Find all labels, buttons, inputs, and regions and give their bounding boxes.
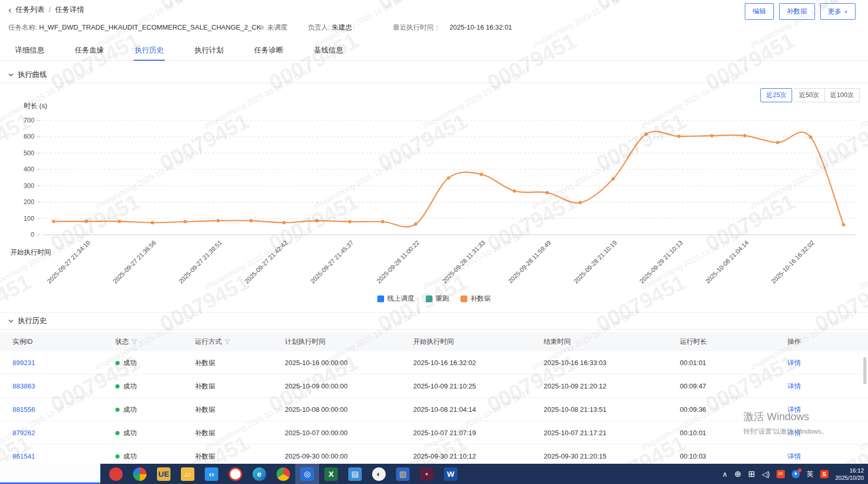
watermark-stamp-text: zhujianzhong 2025-10-20 16:12:47 [858,227,868,291]
taskbar-window-preview[interactable] [0,464,100,484]
end-time: 2025-10-07 21:17:21 [544,429,607,437]
legend-swatch-icon [377,295,384,302]
tab-3[interactable]: 执行计划 [193,42,225,61]
duration: 00:09:36 [680,406,706,413]
section-execution-curve-title: 执行曲线 [18,70,47,79]
status-badge: 未调度 [260,23,287,32]
legend-item-2[interactable]: 补数据 [461,294,491,303]
tab-4[interactable]: 任务诊断 [253,42,284,61]
section-execution-history[interactable]: 执行历史 [0,312,868,330]
taskbar-excel-icon[interactable]: X [319,464,343,484]
watermark-id-text: 00079451 [702,28,799,96]
table-scrollbar[interactable] [863,357,866,384]
instance-id-link[interactable]: 899231 [12,359,35,367]
tim-app-icon[interactable]: ✦ [792,470,800,478]
duration: 00:09:47 [680,382,706,390]
svg-text:700: 700 [23,117,34,124]
taskbar-notebook-app-icon[interactable]: ▥ [391,464,415,484]
taskbar-blue-folder-app-icon[interactable]: ▤ [343,464,367,484]
taskbar-round-light-app-icon[interactable]: ◐ [367,464,391,484]
instance-id-link[interactable]: 879262 [12,429,35,437]
chart-legend: 线上调度重跑补数据 [0,294,868,303]
breadcrumb-task-list[interactable]: 任务列表 [16,5,45,15]
success-dot-icon [115,454,120,459]
svg-text:2025-09-27 21:42:42: 2025-09-27 21:42:42 [243,239,290,285]
back-icon[interactable]: ‹ [8,6,11,14]
tab-2[interactable]: 执行历史 [134,42,165,61]
svg-text:2025-09-27 21:36:56: 2025-09-27 21:36:56 [111,239,157,285]
task-name: 任务名称: H_WF_DWD_TRADE_HKAUDIT_ECOMMERCE_S… [8,23,261,32]
clock[interactable]: 16:122025/10/20 [835,467,864,481]
svg-text:2025-09-28 21:10:19: 2025-09-28 21:10:19 [572,239,619,285]
detail-link[interactable]: 详情 [787,452,801,460]
row-status: 成功 [115,351,137,374]
taskbar-chrome-icon[interactable] [271,464,295,484]
duration: 00:10:03 [680,452,706,460]
column-header-label: 实例ID [12,332,33,351]
taskbar-file-explorer-icon[interactable]: ▱ [176,464,200,484]
svg-text:200: 200 [23,198,34,206]
watermark-stamp-text: zhujianzhong 2025-10-20 16:12:47 [530,146,641,211]
filter-funnel-icon[interactable] [131,339,137,345]
language-indicator[interactable]: 英 [807,469,813,479]
last-run-time: 最近执行时间： 2025-10-16 16:32:01 [393,23,512,32]
more-button[interactable]: 更多∨ [820,3,856,20]
range-button-0[interactable]: 近25次 [760,88,792,102]
column-header-label: 操作 [787,332,801,351]
section-execution-curve[interactable]: 执行曲线 [0,66,868,83]
network-globe-icon[interactable]: ⊕ [734,470,741,478]
tray-chevron-up-icon[interactable]: ∧ [722,470,727,478]
end-time: 2025-10-16 16:33:03 [544,359,607,367]
end-time: 2025-10-09 21:20:12 [544,382,607,390]
column-header-5: 结束时间 [544,332,571,351]
svg-text:400: 400 [23,166,34,173]
taskbar-pinwheel-app-icon[interactable] [128,464,152,484]
execution-curve-chart: 0100200300400500600700时长 (s)2025-09-27 2… [0,83,868,312]
detail-link[interactable]: 详情 [787,382,801,390]
edit-button-label: 编辑 [753,7,766,16]
mail-app-icon[interactable]: ✉ [777,470,785,478]
edit-button[interactable]: 编辑 [745,3,774,20]
system-tray: ∧⊕⊞◁)✉✦英S16:122025/10/20 [722,464,864,484]
taskbar-data-platform-app-icon[interactable]: ◎ [295,464,319,484]
range-button-1[interactable]: 近50次 [794,88,825,102]
taskbar-dark-app-icon[interactable]: • [415,464,439,484]
taskbar-red-app-icon[interactable] [104,464,128,484]
last-run-label: 最近执行时间： [393,23,440,31]
instance-id-link[interactable]: 883863 [12,382,35,390]
blue-folder-app-icon: ▤ [348,467,362,481]
legend-item-0[interactable]: 线上调度 [377,294,414,303]
chevron-down-icon: ∨ [844,9,848,14]
watermark-stamp-text: zhujianzhong 2025-10-20 16:12:47 [639,227,750,291]
legend-item-1[interactable]: 重跑 [426,294,449,303]
legend-swatch-icon [426,295,432,302]
svg-text:300: 300 [23,182,34,190]
range-button-2[interactable]: 近100次 [825,88,860,102]
watermark-id-text: 00079451 [47,189,144,257]
instance-id-link[interactable]: 861541 [12,452,35,460]
watermark-id-text: 00079451 [483,189,581,257]
filter-funnel-icon[interactable] [225,339,230,345]
taskbar-red-ring-app-icon[interactable] [223,464,247,484]
tab-1[interactable]: 任务血缘 [74,42,105,61]
speaker-icon[interactable]: ◁) [762,470,770,478]
status-text: 未调度 [267,23,287,32]
column-header-1: 状态 [115,332,137,351]
windows-squares-icon[interactable]: ⊞ [748,470,755,478]
run-type: 补数据 [195,406,215,413]
history-table-body: 899231成功补数据2025-10-16 00:00:002025-10-16… [0,351,868,468]
taskbar-edge-icon[interactable]: e [247,464,271,484]
sogou-icon[interactable]: S [820,470,828,478]
taskbar-ultraedit-icon[interactable]: UE [152,464,176,484]
table-row: 881556成功补数据2025-10-08 00:00:002025-10-08… [0,398,868,421]
tab-5[interactable]: 基线信息 [313,42,344,61]
start-time: 2025-10-16 16:32:02 [413,359,476,367]
backfill-button[interactable]: 补数据 [779,3,815,20]
taskbar-vscode-icon[interactable]: ‹› [200,464,223,484]
detail-link[interactable]: 详情 [787,359,801,367]
taskbar-word-icon[interactable]: W [439,464,463,484]
chevron-down-icon [8,72,14,77]
tab-0[interactable]: 详细信息 [14,42,45,61]
instance-id-link[interactable]: 881556 [12,406,35,413]
legend-swatch-icon [461,295,467,302]
